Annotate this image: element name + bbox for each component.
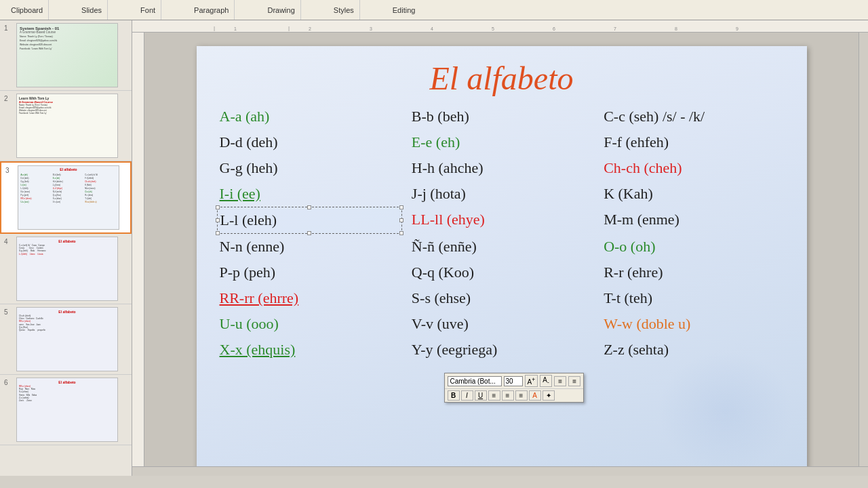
slide-thumb-5[interactable]: 5 El alfabeto Ch-ch (cheh) Chico Cacharr… bbox=[0, 304, 132, 375]
slide-thumb-1[interactable]: 1 System Spanish - 01 A Grammar-Based Co… bbox=[0, 20, 132, 91]
ft-more-button[interactable]: ≡ bbox=[568, 376, 580, 386]
handle-lm[interactable] bbox=[216, 218, 220, 222]
alphabet-grid: A-a (ah) B-b (beh) C-c (seh) /s/ - /k/ D… bbox=[197, 104, 807, 363]
clipboard-label: Clipboard bbox=[11, 6, 43, 14]
handle-br[interactable] bbox=[399, 231, 403, 235]
alpha-p: P-p (peh) bbox=[217, 260, 402, 285]
handle-bl[interactable] bbox=[216, 231, 220, 235]
slide-preview-5: El alfabeto Ch-ch (cheh) Chico Cacharro … bbox=[16, 307, 118, 371]
slide-thumb-6[interactable]: 6 El alfabeto RR-rr (ehrre) Rojo Raro Ru… bbox=[0, 375, 132, 445]
slide-number-6: 6 bbox=[4, 378, 12, 442]
highlight-button[interactable]: ✦ bbox=[542, 390, 555, 401]
slide-number-1: 1 bbox=[4, 23, 12, 87]
alpha-z: Z-z (sehta) bbox=[601, 337, 786, 363]
alpha-r: R-r (ehre) bbox=[601, 260, 786, 285]
s1-subtitle: A Grammar-Based Course bbox=[20, 30, 115, 34]
font-size-down-button[interactable]: A- bbox=[540, 375, 552, 387]
s4-title: El alfabeto bbox=[19, 239, 115, 243]
slide-preview-1: System Spanish - 01 A Grammar-Based Cour… bbox=[16, 23, 118, 87]
align-center-button[interactable]: ≡ bbox=[502, 390, 514, 401]
slide-container: El alfabeto A-a (ah) B-b (beh) C-c (seh)… bbox=[144, 33, 859, 466]
italic-button[interactable]: I bbox=[461, 390, 473, 401]
slides-group: Slides bbox=[76, 0, 108, 20]
clipboard-group: Clipboard bbox=[5, 0, 49, 20]
vertical-scrollbar[interactable] bbox=[859, 33, 868, 466]
alpha-u: U-u (ooo) bbox=[217, 311, 402, 337]
styles-label: Styles bbox=[334, 6, 354, 14]
font-name-input[interactable] bbox=[448, 376, 502, 386]
alpha-t: T-t (teh) bbox=[601, 285, 786, 311]
alpha-v: V-v (uve) bbox=[409, 311, 594, 337]
alpha-nn: Ñ-ñ (enñe) bbox=[409, 234, 594, 260]
font-group: Font bbox=[135, 0, 161, 20]
alpha-b: B-b (beh) bbox=[409, 104, 594, 129]
alpha-a: A-a (ah) bbox=[217, 104, 402, 129]
drawing-group: Drawing bbox=[262, 0, 300, 20]
underline-button[interactable]: U bbox=[475, 390, 487, 401]
align-right-button[interactable]: ≡ bbox=[515, 390, 528, 401]
alpha-s: S-s (ehse) bbox=[409, 285, 594, 311]
handle-tm[interactable] bbox=[307, 205, 311, 209]
font-size-up-button[interactable]: A+ bbox=[525, 375, 538, 387]
slide-thumb-4[interactable]: 4 El alfabeto C-c (seh) /k/ Casa Campo C… bbox=[0, 234, 132, 304]
s1-facebook: Facebook: 'Learn With Tom Ly' bbox=[20, 47, 115, 50]
content-area: | 1 | 2 3 4 5 6 7 8 9 El alfabeto bbox=[132, 20, 868, 476]
alpha-n: N-n (enne) bbox=[217, 234, 402, 260]
sidebar: 1 System Spanish - 01 A Grammar-Based Co… bbox=[0, 20, 132, 476]
slide-preview-2: Learn With Tom Ly A Grammar-Based Course… bbox=[16, 94, 118, 158]
paragraph-group: Paragraph bbox=[189, 0, 235, 20]
alpha-l-text: L-l (eleh) bbox=[220, 211, 277, 228]
s5-title: El alfabeto bbox=[19, 310, 115, 314]
alpha-d: D-d (deh) bbox=[217, 129, 402, 155]
slide-preview-4: El alfabeto C-c (seh) /k/ Casa Campo Cer… bbox=[16, 237, 118, 301]
handle-tl[interactable] bbox=[216, 205, 220, 209]
font-color-button[interactable]: A bbox=[529, 390, 541, 401]
slide-title: El alfabeto bbox=[197, 60, 807, 97]
paragraph-label: Paragraph bbox=[194, 6, 229, 14]
s6-title: El alfabeto bbox=[19, 380, 115, 384]
slide-thumb-3[interactable]: 3 El alfabeto A-a (ah)B-b (beh)C-c (seh)… bbox=[0, 161, 132, 234]
slide-thumb-2[interactable]: 2 Learn With Tom Ly A Grammar-Based Cour… bbox=[0, 91, 132, 161]
slide-preview-3: El alfabeto A-a (ah)B-b (beh)C-c (seh) /… bbox=[18, 165, 119, 230]
s3-title-preview: El alfabeto bbox=[20, 167, 117, 171]
alpha-x: X-x (ehquis) bbox=[217, 337, 402, 363]
floating-text-toolbar[interactable]: A+ A- ≡ ≡ B I U ≡ ≡ bbox=[444, 373, 585, 403]
handle-rm[interactable] bbox=[399, 218, 403, 222]
alpha-f: F-f (ehfeh) bbox=[601, 129, 786, 155]
s2-facebook: Facebook: 'Learn With Tom Ly' bbox=[19, 112, 115, 115]
alpha-h: H-h (ahche) bbox=[409, 155, 594, 181]
alpha-i: I-i (ee) bbox=[217, 181, 402, 207]
bold-button[interactable]: B bbox=[448, 390, 460, 401]
ft-row1: A+ A- ≡ ≡ bbox=[445, 373, 584, 389]
align-left-button[interactable]: ≡ bbox=[488, 390, 500, 401]
slides-label: Slides bbox=[81, 6, 102, 14]
horizontal-scrollbar[interactable] bbox=[132, 466, 868, 476]
s1-email: Email: chngtom929@yahoo.com.hk bbox=[20, 39, 115, 42]
slide-number-5: 5 bbox=[4, 307, 12, 371]
slide-preview-6: El alfabeto RR-rr (ehrre) Rojo Raro Ruta… bbox=[16, 378, 118, 442]
alpha-q: Q-q (Koo) bbox=[409, 260, 594, 285]
s1-name: Name: Thanh Ly (Tom / Tomas) bbox=[20, 35, 115, 38]
editing-group: Editing bbox=[387, 0, 421, 20]
alpha-i-container: I-i (ee) A+ A- ≡ ≡ bbox=[217, 181, 402, 207]
alpha-k: K (Kah) bbox=[601, 181, 786, 207]
editing-label: Editing bbox=[393, 6, 416, 14]
alpha-j: J-j (hota) bbox=[409, 181, 594, 207]
font-size-input[interactable] bbox=[504, 376, 523, 386]
alpha-o: O-o (oh) bbox=[601, 234, 786, 260]
ft-align-button[interactable]: ≡ bbox=[554, 376, 566, 386]
alpha-w: W-w (doble u) bbox=[601, 311, 786, 337]
handle-tr[interactable] bbox=[399, 205, 403, 209]
inner-content: El alfabeto A-a (ah) B-b (beh) C-c (seh)… bbox=[132, 33, 868, 466]
alpha-g: G-g (heh) bbox=[217, 155, 402, 181]
alpha-c: C-c (seh) /s/ - /k/ bbox=[601, 104, 786, 129]
main-slide: El alfabeto A-a (ah) B-b (beh) C-c (seh)… bbox=[197, 46, 807, 466]
alpha-m: M-m (enme) bbox=[601, 207, 786, 234]
s1-website: Website: chngtom929.dtns.net bbox=[20, 43, 115, 46]
main-layout: 1 System Spanish - 01 A Grammar-Based Co… bbox=[0, 20, 868, 476]
font-label: Font bbox=[140, 6, 155, 14]
handle-bm[interactable] bbox=[307, 231, 311, 235]
vertical-ruler bbox=[132, 33, 144, 466]
slide-number-4: 4 bbox=[4, 237, 12, 301]
alpha-l[interactable]: L-l (eleh) bbox=[217, 207, 402, 234]
